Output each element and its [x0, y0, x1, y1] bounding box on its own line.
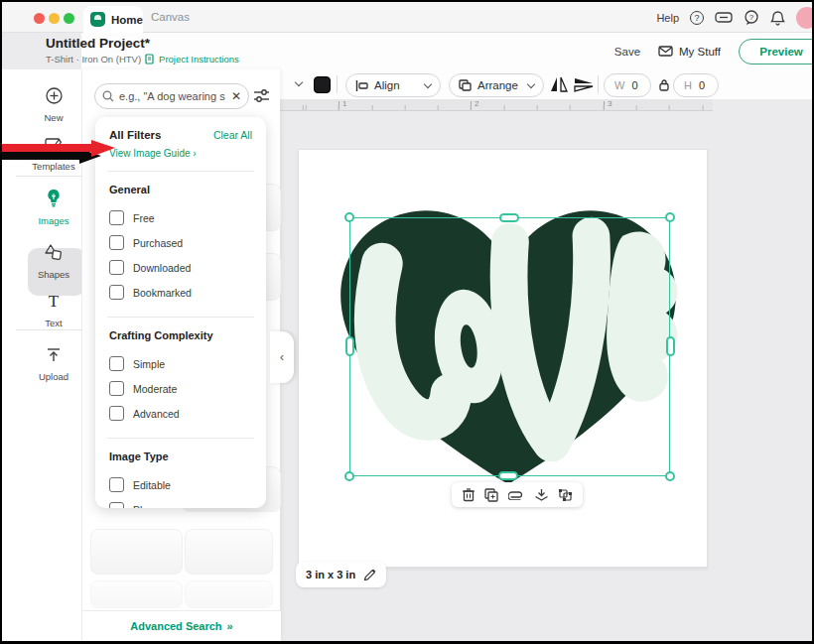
- my-stuff-button[interactable]: My Stuff: [658, 45, 721, 58]
- divider: [107, 438, 254, 439]
- delete-icon[interactable]: [462, 487, 475, 502]
- filter-option-downloaded[interactable]: Downloaded: [109, 255, 252, 280]
- app-window: Home Canvas Help ? ? Untitled Project* T…: [0, 0, 814, 644]
- checkbox[interactable]: [109, 381, 124, 396]
- project-material: T-Shirt · Iron On (HTV): [46, 54, 141, 64]
- image-result-tile[interactable]: [185, 529, 273, 575]
- new-plus-icon: [46, 87, 63, 104]
- window-top-bar: Home Canvas Help ? ?: [2, 2, 812, 33]
- align-label: Align: [374, 79, 419, 91]
- checkbox[interactable]: [109, 260, 124, 275]
- section-crafting-complexity: Crafting Complexity: [109, 329, 252, 341]
- divider: [107, 317, 254, 318]
- align-dropdown[interactable]: Align: [345, 73, 441, 97]
- selection-handle-bottom-left[interactable]: [344, 471, 354, 481]
- size-badge[interactable]: 3 in x 3 in: [296, 562, 386, 587]
- checkbox[interactable]: [109, 235, 124, 250]
- tab-canvas[interactable]: Canvas: [151, 11, 190, 23]
- checkbox[interactable]: [109, 406, 124, 421]
- checkbox[interactable]: [109, 210, 124, 225]
- tab-home[interactable]: Home: [83, 6, 143, 33]
- chevron-right-icon: ›: [193, 148, 196, 159]
- search-icon: [102, 90, 114, 102]
- duplicate-icon[interactable]: [484, 488, 498, 502]
- width-label: W: [614, 79, 624, 91]
- width-field[interactable]: W 0: [604, 73, 651, 97]
- selection-handle-top-left[interactable]: [344, 212, 354, 222]
- project-instructions-link[interactable]: Project Instructions: [159, 54, 239, 64]
- ruler-mark-2: 2: [475, 99, 478, 108]
- image-result-tile[interactable]: [90, 580, 183, 608]
- height-field[interactable]: H 0: [673, 73, 719, 97]
- horizontal-ruler: 1 2 3: [280, 99, 713, 111]
- arrange-layers-icon: [459, 79, 472, 91]
- chevron-down-icon: [424, 79, 432, 87]
- ruler-tick: [471, 101, 472, 110]
- divider: [337, 75, 338, 93]
- preview-button[interactable]: Preview: [739, 39, 812, 64]
- filter-option-moderate[interactable]: Moderate: [109, 376, 252, 401]
- lock-icon[interactable]: [658, 78, 670, 91]
- checkbox[interactable]: [109, 502, 124, 508]
- flatten-icon[interactable]: [534, 488, 549, 502]
- flip-horizontal-icon[interactable]: [550, 76, 568, 92]
- close-window-button[interactable]: [34, 13, 45, 24]
- filter-option-free[interactable]: Free: [109, 205, 252, 230]
- filter-option-simple[interactable]: Simple: [109, 351, 252, 376]
- user-avatar[interactable]: [796, 7, 812, 29]
- image-result-tile[interactable]: [185, 580, 273, 608]
- image-result-tile[interactable]: [90, 529, 183, 575]
- selection-handle-bottom-middle[interactable]: [498, 471, 518, 480]
- divider: [16, 329, 81, 330]
- filter-option-purchased[interactable]: Purchased: [109, 230, 252, 255]
- divider: [598, 75, 599, 93]
- arrange-label: Arrange: [477, 79, 522, 91]
- selection-handle-right-middle[interactable]: [666, 336, 675, 356]
- my-stuff-label: My Stuff: [679, 46, 721, 58]
- clear-all-link[interactable]: Clear All: [213, 129, 252, 141]
- edit-pencil-icon[interactable]: [363, 569, 376, 581]
- arrange-dropdown[interactable]: Arrange: [449, 73, 544, 97]
- zoom-window-button[interactable]: [64, 13, 74, 24]
- minimize-window-button[interactable]: [49, 13, 60, 24]
- project-title: Untitled Project*: [46, 36, 239, 51]
- save-button[interactable]: Save: [614, 46, 640, 58]
- selection-handle-top-middle[interactable]: [499, 213, 519, 222]
- filter-option-phrases[interactable]: Phrases: [109, 497, 252, 508]
- filter-option-advanced[interactable]: Advanced: [109, 401, 252, 426]
- flip-vertical-icon[interactable]: [574, 77, 594, 92]
- advanced-search-footer[interactable]: Advanced Search »: [82, 610, 281, 641]
- weld-icon[interactable]: [558, 488, 573, 502]
- selection-handle-bottom-right[interactable]: [665, 471, 675, 481]
- tab-home-label: Home: [111, 14, 143, 26]
- ruler-mark-1: 1: [342, 99, 346, 108]
- selection-bounding-box[interactable]: [349, 217, 670, 476]
- help-icon[interactable]: ?: [690, 11, 704, 25]
- annotation-arrow: [2, 139, 119, 167]
- svg-text:?: ?: [749, 13, 754, 22]
- feedback-chat-icon[interactable]: ?: [744, 10, 759, 25]
- image-search-input[interactable]: e.g., "A dog wearing s ✕: [94, 83, 249, 109]
- selection-handle-left-middle[interactable]: [345, 336, 354, 356]
- filter-option-editable[interactable]: Editable: [109, 472, 252, 497]
- machine-icon[interactable]: [715, 11, 733, 25]
- clear-search-icon[interactable]: ✕: [231, 89, 241, 103]
- checkbox[interactable]: [109, 477, 124, 492]
- collapse-panel-button[interactable]: ‹: [270, 331, 294, 383]
- attach-icon[interactable]: [508, 490, 524, 500]
- checkbox[interactable]: [109, 285, 124, 300]
- notifications-bell-icon[interactable]: [770, 10, 785, 26]
- selection-handle-top-right[interactable]: [665, 212, 675, 222]
- color-swatch[interactable]: [314, 76, 331, 93]
- filters-sliders-icon[interactable]: [253, 88, 270, 103]
- topbar-right-controls: Help ? ?: [656, 2, 804, 33]
- envelope-icon: [658, 45, 673, 58]
- checkbox[interactable]: [109, 356, 124, 371]
- chevron-down-icon[interactable]: [295, 78, 303, 86]
- filter-option-bookmarked[interactable]: Bookmarked: [109, 280, 252, 305]
- view-image-guide-link[interactable]: View Image Guide ›: [109, 148, 252, 159]
- height-value: 0: [699, 79, 705, 91]
- help-label[interactable]: Help: [656, 12, 679, 24]
- ruler-tick: [339, 101, 339, 110]
- selection-action-bar: [452, 482, 583, 507]
